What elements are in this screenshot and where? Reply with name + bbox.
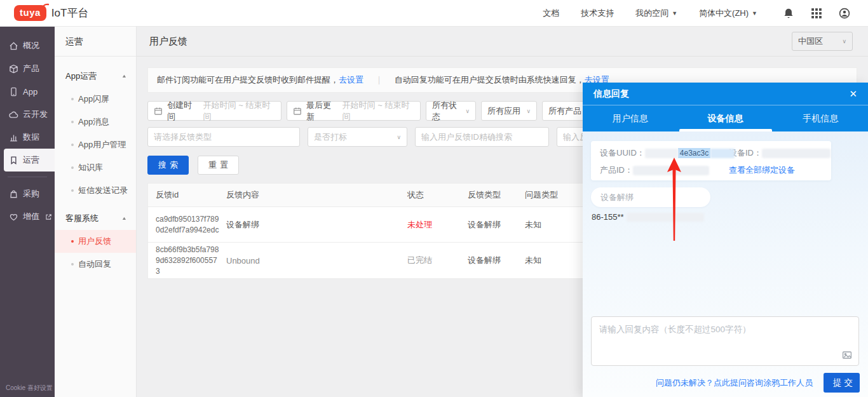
col-header-type: 反馈类型 bbox=[468, 189, 525, 201]
redacted-device-id bbox=[762, 149, 831, 158]
updated-time-range-picker[interactable]: 最后更新 开始时间 ~ 结束时间 bbox=[287, 101, 421, 121]
reply-textarea[interactable] bbox=[599, 324, 851, 349]
device-uuid-field: 设备UUID： 4e3ac3c bbox=[600, 147, 729, 159]
phone-icon bbox=[9, 87, 18, 97]
page-title: 用户反馈 bbox=[149, 36, 187, 48]
submenu-group-customer-service-header[interactable]: 客服系统 ▲ bbox=[55, 207, 136, 230]
sidebar-item-operations[interactable]: 运营 bbox=[4, 149, 55, 172]
cell-content: 设备解绑 bbox=[226, 219, 407, 231]
nav-my-space-label: 我的空间 bbox=[635, 8, 668, 19]
go-settings-link-email[interactable]: 去设置 bbox=[339, 74, 363, 86]
drawer-tabs: 用户信息 设备信息 手机信息 bbox=[583, 105, 868, 131]
feedback-type-input[interactable] bbox=[147, 127, 300, 147]
app-select[interactable]: 所有应用 ∨ bbox=[481, 101, 537, 121]
tuya-logo-badge: tuya bbox=[14, 5, 46, 21]
nav-language[interactable]: 简体中文(ZH)▼ bbox=[699, 8, 757, 19]
submenu-group-label: 客服系统 bbox=[65, 213, 98, 224]
sidebar-item-label: 数据 bbox=[23, 131, 39, 143]
submenu-item-app-splash[interactable]: App闪屏 bbox=[55, 88, 136, 111]
created-time-placeholder: 开始时间 ~ 结束时间 bbox=[203, 100, 275, 123]
submenu-item-user-feedback[interactable]: 用户反馈 bbox=[55, 230, 136, 253]
sidebar-item-overview[interactable]: 概况 bbox=[0, 34, 55, 57]
submenu-item-app-user-mgmt[interactable]: App用户管理 bbox=[55, 133, 136, 156]
feedback-id-search-input[interactable] bbox=[415, 127, 549, 147]
sidebar-item-data[interactable]: 数据 bbox=[0, 126, 55, 149]
device-uuid-value[interactable]: 4e3ac3c bbox=[645, 148, 735, 159]
chevron-up-icon: ▲ bbox=[121, 216, 127, 221]
redacted-uuid-end bbox=[710, 149, 735, 158]
submenu-item-label: 用户反馈 bbox=[78, 236, 111, 247]
col-header-feedback-id: 反馈id bbox=[156, 189, 226, 201]
tab-device-info[interactable]: 设备信息 bbox=[678, 105, 773, 131]
notice-text-autoreply: 自动回复功能可在用户提交反馈时由系统快速回复， bbox=[395, 74, 585, 86]
calendar-icon bbox=[154, 107, 163, 116]
reset-button[interactable]: 重置 bbox=[198, 156, 239, 175]
sidebar-item-label: 云开发 bbox=[23, 109, 48, 120]
bullet-dot bbox=[71, 166, 74, 169]
submenu-item-label: App消息 bbox=[78, 116, 109, 128]
sidebar-item-cloud-dev[interactable]: 云开发 bbox=[0, 103, 55, 126]
tuya-logo[interactable]: tuya IoT平台 bbox=[14, 5, 88, 21]
external-link-icon bbox=[45, 213, 52, 220]
close-icon[interactable]: ✕ bbox=[849, 89, 857, 98]
device-info-card: 设备UUID： 4e3ac3c 设备ID： 产品ID： 查看全部 bbox=[591, 141, 831, 180]
main-header: 用户反馈 中国区 ∨ bbox=[137, 27, 868, 57]
sidebar-item-app[interactable]: App bbox=[0, 80, 55, 103]
cell-feedback-id: ca9dfb950137f7890d2efdf7a9942edc bbox=[156, 214, 226, 236]
submit-button[interactable]: 提交 bbox=[824, 373, 860, 393]
box-icon bbox=[9, 64, 18, 74]
redacted-phone-number bbox=[627, 213, 704, 222]
bullet-dot bbox=[71, 263, 74, 266]
sidebar-item-products[interactable]: 产品 bbox=[0, 57, 55, 80]
sidebar-divider bbox=[8, 177, 47, 177]
search-button[interactable]: 搜索 bbox=[147, 156, 189, 175]
nav-support[interactable]: 技术支持 bbox=[581, 8, 614, 19]
drawer-title: 信息回复 bbox=[593, 88, 629, 100]
ask-tuya-staff-link[interactable]: 问题仍未解决？点此提问咨询涂鸦工作人员 bbox=[656, 377, 813, 389]
submenu-item-label: App用户管理 bbox=[78, 139, 126, 151]
chart-icon bbox=[9, 133, 18, 142]
submenu-group-customer-service: 客服系统 ▲ 用户反馈 自动回复 bbox=[55, 207, 136, 276]
submenu-item-sms-records[interactable]: 短信发送记录 bbox=[55, 179, 136, 202]
nav-my-space[interactable]: 我的空间▼ bbox=[635, 8, 677, 19]
submenu-item-knowledge-base[interactable]: 知识库 bbox=[55, 156, 136, 179]
notice-text-email: 邮件订阅功能可在用户提交反馈时收到邮件提醒， bbox=[157, 74, 339, 86]
bell-icon[interactable] bbox=[783, 8, 794, 19]
secondary-sidebar: 运营 App运营 ▲ App闪屏 App消息 App用户管理 知识库 短信发送记… bbox=[55, 27, 137, 397]
apps-grid-icon[interactable] bbox=[811, 8, 822, 19]
chevron-up-icon: ▲ bbox=[121, 74, 127, 79]
chevron-down-icon: ▼ bbox=[672, 10, 677, 17]
submenu-item-app-message[interactable]: App消息 bbox=[55, 111, 136, 133]
nav-docs-label: 文档 bbox=[543, 8, 559, 19]
sidebar-item-value-added[interactable]: 增值 bbox=[0, 205, 55, 228]
sidebar-item-label: 运营 bbox=[23, 154, 39, 166]
view-all-bound-devices-link[interactable]: 查看全部绑定设备 bbox=[729, 165, 795, 176]
submenu-group-app-ops-header[interactable]: App运营 ▲ bbox=[55, 65, 136, 88]
tab-label: 设备信息 bbox=[708, 113, 743, 124]
insert-image-icon[interactable] bbox=[842, 350, 852, 360]
chevron-down-icon: ∨ bbox=[526, 108, 531, 114]
top-icon-group bbox=[783, 8, 850, 19]
status-select[interactable]: 所有状态 ∨ bbox=[426, 101, 476, 121]
tuya-logo-text: tuya bbox=[20, 7, 41, 18]
nav-docs[interactable]: 文档 bbox=[543, 8, 559, 19]
product-id-field: 产品ID： bbox=[600, 165, 729, 176]
submenu-item-label: 自动回复 bbox=[78, 259, 111, 270]
avatar-icon[interactable] bbox=[839, 8, 850, 19]
region-select[interactable]: 中国区 ∨ bbox=[792, 32, 853, 51]
status-badge: 未处理 bbox=[407, 219, 468, 231]
tab-phone-info[interactable]: 手机信息 bbox=[773, 105, 868, 131]
tag-select[interactable]: 是否打标 ∨ bbox=[308, 127, 407, 147]
submenu-title: 运营 bbox=[55, 27, 136, 57]
submenu-item-auto-reply[interactable]: 自动回复 bbox=[55, 253, 136, 276]
sidebar-item-label: 增值 bbox=[23, 211, 39, 222]
sidebar-item-label: App bbox=[23, 87, 37, 97]
tab-user-info[interactable]: 用户信息 bbox=[583, 105, 678, 131]
reply-input-box bbox=[591, 316, 859, 366]
message-reply-drawer: 信息回复 ✕ 用户信息 设备信息 手机信息 设备UUID： 4e3ac3c bbox=[583, 83, 868, 397]
sidebar-item-procurement[interactable]: 采购 bbox=[0, 182, 55, 205]
cookie-preferences-link[interactable]: Cookie 喜好设置 bbox=[6, 384, 53, 393]
created-time-range-picker[interactable]: 创建时间 开始时间 ~ 结束时间 bbox=[147, 101, 281, 121]
sidebar-item-label: 概况 bbox=[23, 40, 39, 51]
cell-content: Unbound bbox=[226, 256, 407, 266]
